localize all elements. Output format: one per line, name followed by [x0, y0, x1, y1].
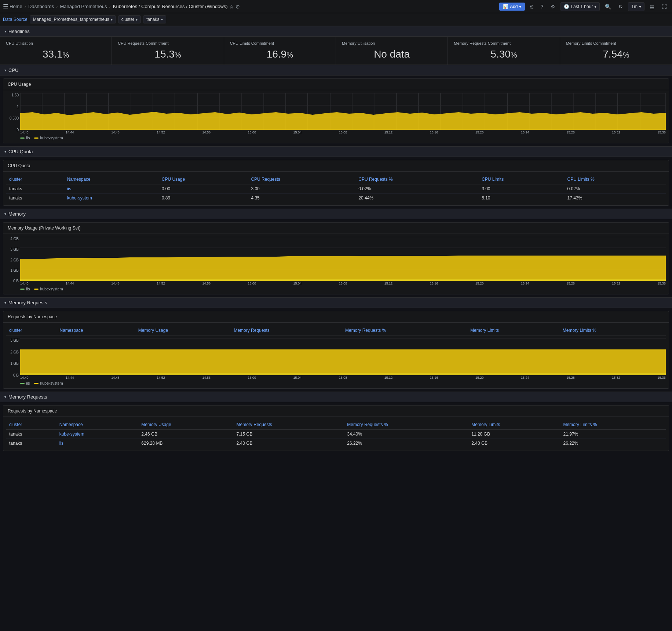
row-cpu-requests: 4.35: [248, 194, 355, 203]
memory-limits-commitment-value: 7.54%: [566, 48, 666, 60]
memory-utilisation-value: No data: [342, 48, 442, 60]
th-cluster: cluster: [6, 175, 64, 184]
memory-usage-panel-title: Memory Usage (Private Working Set): [3, 223, 669, 234]
row-cluster: tanaks: [6, 184, 64, 194]
memory-usage-panel: Memory Usage (Private Working Set) 4 GB …: [3, 222, 669, 294]
memory-chart-legend: iis kube-system: [6, 285, 666, 291]
breadcrumb-managed-prometheus[interactable]: Managed Prometheus: [60, 4, 107, 9]
row-memory-requests: 7.15 GB: [233, 430, 344, 439]
row-namespace[interactable]: iis: [56, 439, 139, 448]
memory-section-header[interactable]: ▾ Memory: [0, 209, 672, 219]
expand-button[interactable]: ⛶: [660, 2, 669, 11]
legend-kube-system: kube-system: [34, 287, 63, 291]
memory-limits-commitment-label: Memory Limits Commitment: [566, 41, 666, 45]
legend-iis: iis: [20, 381, 30, 385]
row-memory-limits: 11.20 GB: [468, 430, 560, 439]
memory-requests-commitment-card: Memory Requests Commitment 5.30%: [448, 37, 560, 65]
memory-chart-area: [20, 237, 666, 281]
cpu-limits-commitment-card: CPU Limits Commitment 16.9%: [224, 37, 336, 65]
memory-requests-table-panel-body: cluster Namespace Memory Usage Memory Re…: [3, 417, 669, 451]
th-memory-requests-pct: Memory Requests %: [342, 326, 467, 335]
chevron-down-icon: ▾: [639, 4, 641, 9]
svg-marker-47: [20, 349, 666, 375]
th-namespace: Namespace: [56, 326, 135, 335]
chevron-down-icon: ▾: [519, 4, 521, 9]
memory-requests-chart-panel: Requests by Namespace cluster Namespace …: [3, 311, 669, 389]
cpu-requests-commitment-value: 15.3%: [118, 48, 218, 60]
hamburger-menu[interactable]: ☰: [3, 3, 8, 10]
row-cpu-usage: 0.00: [159, 184, 248, 194]
legend-iis: iis: [20, 136, 30, 140]
cpu-chart-x-labels: 14:4014:4414:4814:5214:5615:0015:0415:08…: [20, 130, 666, 134]
collapse-icon: ▾: [4, 68, 6, 72]
row-memory-limits: 2.40 GB: [468, 439, 560, 448]
cpu-chart-area: [20, 93, 666, 130]
row-cpu-limits: 5.10: [479, 194, 564, 203]
favorite-icon[interactable]: ☆: [229, 4, 234, 10]
table-row: tanaks iis 629.28 MB 2.40 GB 26.22% 2.40…: [6, 439, 666, 448]
zoom-out-button[interactable]: 🔍: [603, 2, 613, 11]
cpu-limits-commitment-value: 16.9%: [230, 48, 330, 60]
breadcrumb-dashboards[interactable]: Dashboards: [28, 4, 54, 9]
iis-legend-label: iis: [26, 136, 30, 140]
row-memory-usage: 2.46 GB: [138, 430, 233, 439]
row-cpu-requests-pct: 0.02%: [355, 184, 479, 194]
kube-system-legend-label: kube-system: [40, 136, 63, 140]
th-memory-requests-pct: Memory Requests %: [344, 420, 468, 430]
row-memory-usage: 629.28 MB: [138, 439, 233, 448]
chevron-down-icon: ▾: [161, 18, 163, 22]
row-namespace[interactable]: iis: [64, 184, 159, 194]
display-options-button[interactable]: ▤: [647, 2, 657, 11]
memory-requests-commitment-value: 5.30%: [454, 48, 554, 60]
kube-system-legend-label: kube-system: [40, 381, 63, 385]
cpu-quota-section-header[interactable]: ▾ CPU Quota: [0, 146, 672, 157]
memory-req-chart-y-labels: 3 GB 2 GB 1 GB 0 B: [6, 338, 20, 378]
memory-requests-table-section-header[interactable]: ▾ Memory Requests: [0, 392, 672, 402]
cpu-utilisation-label: CPU Utilisation: [6, 41, 106, 45]
cpu-section-header[interactable]: ▾ CPU: [0, 65, 672, 76]
memory-req-chart-area: [20, 338, 666, 375]
row-cluster: tanaks: [6, 194, 64, 203]
memory-chart-svg: [20, 237, 666, 281]
memory-requests-table: cluster Namespace Memory Usage Memory Re…: [6, 420, 666, 448]
row-namespace[interactable]: kube-system: [56, 430, 139, 439]
th-cpu-usage: CPU Usage: [159, 175, 248, 184]
collapse-icon: ▾: [4, 395, 6, 399]
settings-icon[interactable]: ⚙: [548, 2, 558, 11]
th-namespace: Namespace: [56, 420, 139, 430]
memory-requests-chart-section: ▾ Memory Requests Requests by Namespace …: [0, 297, 672, 389]
interval-picker[interactable]: 1m ▾: [628, 2, 644, 11]
kube-system-legend-color: [34, 289, 39, 290]
datasource-filter[interactable]: Managed_Prometheus_tanprometheus ▾: [30, 15, 116, 23]
svg-marker-34: [20, 112, 666, 130]
refresh-button[interactable]: ↻: [616, 2, 625, 11]
cpu-quota-panel-title: CPU Quota: [3, 160, 669, 172]
headlines-section-header[interactable]: ▾ Headlines: [0, 26, 672, 37]
th-memory-limits: Memory Limits: [468, 420, 560, 430]
headlines-section: ▾ Headlines CPU Utilisation 33.1% CPU Re…: [0, 26, 672, 65]
share-icon[interactable]: ⊙: [235, 4, 240, 10]
add-button[interactable]: 📊 Add ▾: [499, 3, 525, 11]
row-cpu-requests: 3.00: [248, 184, 355, 194]
memory-requests-table-panel-title: Requests by Namespace: [3, 406, 669, 417]
namespace-filter[interactable]: tanaks ▾: [143, 15, 166, 23]
time-range-picker[interactable]: 🕐 Last 1 hour ▾: [560, 2, 600, 11]
row-cpu-limits-pct: 17.43%: [565, 194, 666, 203]
breadcrumb-home[interactable]: Home: [10, 4, 22, 9]
data-source-label[interactable]: Data Source: [3, 17, 28, 22]
copy-button[interactable]: ⎘: [528, 2, 535, 11]
cluster-filter[interactable]: cluster ▾: [118, 15, 141, 23]
row-cluster: tanaks: [6, 439, 56, 448]
th-cluster: cluster: [6, 326, 56, 335]
chevron-down-icon: ▾: [594, 4, 596, 9]
memory-utilisation-label: Memory Utilisation: [342, 41, 442, 45]
memory-requests-chart-section-header[interactable]: ▾ Memory Requests: [0, 297, 672, 308]
legend-iis: iis: [20, 287, 30, 291]
memory-chart-x-labels: 14:4014:4414:4814:5214:5615:0015:0415:08…: [20, 281, 666, 285]
iis-legend-color: [20, 383, 25, 384]
row-namespace[interactable]: kube-system: [64, 194, 159, 203]
cpu-limits-commitment-label: CPU Limits Commitment: [230, 41, 330, 45]
help-button[interactable]: ?: [538, 2, 545, 11]
iis-legend-label: iis: [26, 287, 30, 291]
row-cluster: tanaks: [6, 430, 56, 439]
